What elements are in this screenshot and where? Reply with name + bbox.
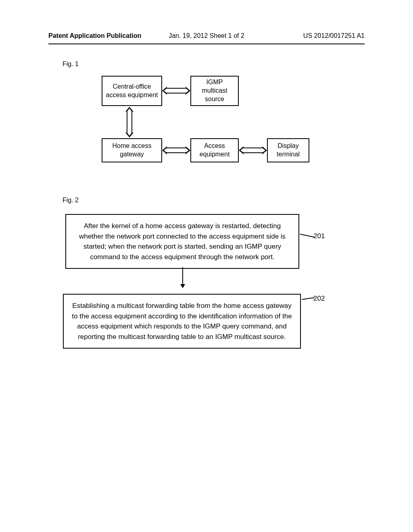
arrow-home-access <box>165 148 187 153</box>
ref-line-202 <box>302 297 315 300</box>
header-right: US 2012/0017251 A1 <box>303 32 365 39</box>
box-display-terminal: Display terminal <box>267 138 309 162</box>
box-home-gateway: Home access gateway <box>102 138 162 162</box>
ref-line-201 <box>300 234 315 237</box>
arrow-access-display <box>242 148 264 153</box>
fig1-label: Fig. 1 <box>63 60 413 68</box>
fig2-flowchart: After the kernel of a home access gatewa… <box>65 214 348 349</box>
header-left: Patent Application Publication <box>48 32 142 39</box>
box-central-office: Central-office access equipment <box>102 76 162 106</box>
box-igmp-source: IGMP multicast source <box>190 76 239 106</box>
flow-step-201: After the kernel of a home access gatewa… <box>65 214 299 269</box>
flow-arrow-down <box>182 267 183 287</box>
flow-step-202: Establishing a multicast forwarding tabl… <box>63 294 301 349</box>
ref-label-202: 202 <box>313 295 325 303</box>
header-divider <box>48 44 365 44</box>
arrow-central-igmp <box>165 88 187 94</box>
fig1-diagram: Central-office access equipment IGMP mul… <box>94 76 319 172</box>
header-center: Jan. 19, 2012 Sheet 1 of 2 <box>169 32 244 39</box>
page-header: Patent Application Publication Jan. 19, … <box>0 0 413 44</box>
box-access-equipment: Access equipment <box>190 138 239 162</box>
arrow-central-home <box>127 110 132 134</box>
ref-label-201: 201 <box>313 232 325 240</box>
fig2-label: Fig. 2 <box>63 197 413 204</box>
